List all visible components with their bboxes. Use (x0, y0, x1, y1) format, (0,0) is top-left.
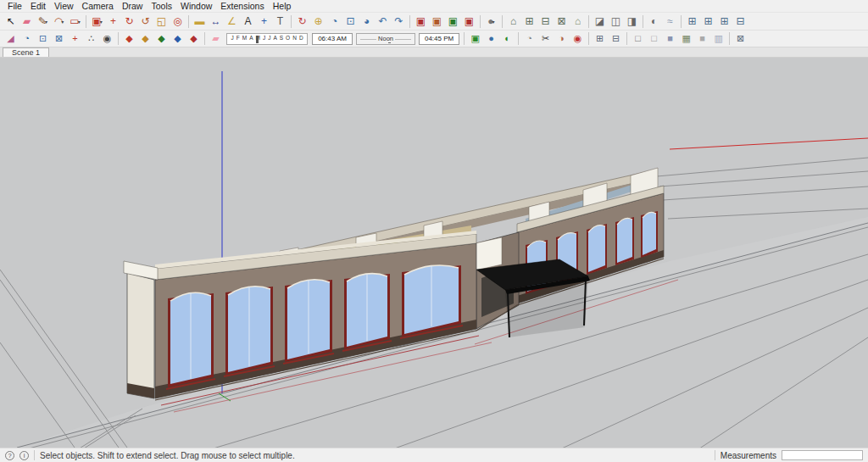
view-iso[interactable]: ⌂ (505, 14, 521, 29)
scene-tab-1[interactable]: Scene 1 (3, 47, 49, 57)
style-hidden-line[interactable]: □ (646, 32, 662, 46)
sphere-blue-tool[interactable]: ● (483, 32, 499, 46)
menu-tools[interactable]: Tools (147, 0, 176, 12)
section-plane-tool[interactable]: ◪ (592, 14, 608, 29)
line-tool[interactable]: ✎▾ (35, 14, 51, 29)
storefront-window[interactable] (400, 265, 463, 338)
menu-draw[interactable]: Draw (118, 0, 147, 12)
axes-tool[interactable]: + (256, 14, 272, 29)
rectangle-tool[interactable]: ▭▾ (67, 14, 83, 29)
axes-move-tool[interactable]: + (67, 32, 83, 46)
shadow-time-slider[interactable]: Noon (356, 33, 415, 45)
solid-trim-tool[interactable]: ◆ (153, 32, 170, 46)
zoom-extents-tool[interactable]: ◕ (359, 14, 375, 29)
menu-file[interactable]: File (3, 0, 26, 12)
help-icon[interactable]: ? (5, 451, 14, 460)
pie-tool[interactable]: ◔ (521, 32, 537, 46)
solid-split-tool[interactable]: ◆ (186, 32, 202, 46)
storefront-window[interactable] (283, 280, 334, 364)
dimension-tool[interactable]: ↔ (208, 14, 224, 29)
look-around-tool[interactable]: ◉ (99, 32, 115, 46)
move-tool[interactable]: + (105, 14, 121, 29)
solid-union-tool[interactable]: ◆ (121, 32, 137, 46)
model-viewport[interactable] (0, 58, 868, 448)
protractor-tool[interactable]: ∠ (224, 14, 240, 29)
red-pin-tool[interactable]: ◉ (570, 32, 586, 46)
style-monochrome[interactable]: ■ (694, 32, 710, 46)
menu-window[interactable]: Window (176, 0, 216, 12)
previous-view-tool[interactable]: ↶ (375, 14, 391, 29)
panel-default-tray[interactable]: ⊞ (684, 14, 700, 29)
user-avatar[interactable]: ●▾ (483, 14, 499, 29)
section-fill-toggle[interactable]: ◨ (624, 14, 640, 29)
box-select-tool[interactable]: ⊞ (592, 32, 608, 46)
model-viewport-canvas[interactable] (0, 58, 868, 448)
scissors-tool[interactable]: ✂ (537, 32, 554, 46)
eraser-large-tool[interactable]: ▰ (208, 32, 224, 46)
menu-edit[interactable]: Edit (26, 0, 50, 12)
shadows-toggle[interactable]: ◐ (646, 14, 662, 29)
view-front[interactable]: ⊟ (537, 14, 554, 29)
3d-text-tool[interactable]: T (272, 14, 288, 29)
zoom-photo-tool[interactable]: ◔ (19, 32, 35, 46)
info-icon[interactable]: i (19, 451, 29, 460)
interact-tool[interactable]: ▣ (461, 14, 477, 29)
pan-tool[interactable]: ⊕ (310, 14, 326, 29)
arc-tool[interactable]: ◠▾ (51, 14, 67, 29)
view-back[interactable]: ⌂ (570, 14, 586, 29)
storefront-window[interactable] (641, 211, 658, 258)
style-textured[interactable]: ▦ (678, 32, 694, 46)
back-edges-toggle[interactable]: ◢ (3, 32, 19, 46)
offset-tool[interactable]: ◎ (170, 14, 186, 29)
zoom-window-tool[interactable]: ⊡ (342, 14, 359, 29)
menu-help[interactable]: Help (269, 0, 296, 12)
panel-manage-trays[interactable]: ⊞ (716, 14, 732, 29)
view-right[interactable]: ⊠ (554, 14, 570, 29)
export-model-tool[interactable]: ⊠ (732, 32, 748, 46)
tape-measure-tool[interactable]: ▬ (192, 14, 208, 29)
make-component-tool[interactable]: ▣ (413, 14, 429, 29)
solid-subtract-tool[interactable]: ◆ (137, 32, 153, 46)
rotate-tool[interactable]: ↻ (121, 14, 137, 29)
section-cuts-toggle[interactable]: ◫ (608, 14, 624, 29)
shadow-date-slider[interactable]: JFMAMJJASOND (226, 33, 308, 45)
view-top[interactable]: ⊞ (521, 14, 537, 29)
component-green-tool[interactable]: ▣ (467, 32, 483, 46)
push-pull-tool[interactable]: ▣▾ (89, 14, 105, 29)
push-pull-tool-dropdown[interactable]: ▾ (100, 19, 103, 25)
component-options-tool[interactable]: ▣ (429, 14, 445, 29)
shadow-end-time-field[interactable]: 04:45 PM (419, 33, 459, 45)
zoom-selection-tool[interactable]: ⊠ (51, 32, 67, 46)
style-shaded[interactable]: ■ (662, 32, 678, 46)
corner-pilaster[interactable] (127, 273, 154, 398)
text-tool[interactable]: A (240, 14, 256, 29)
panel-new-tray[interactable]: ⊟ (732, 14, 748, 29)
knife-tool[interactable]: ◑ (554, 32, 570, 46)
storefront-window[interactable] (615, 217, 634, 265)
zoom-tool[interactable]: ◔ (326, 14, 342, 29)
menu-extensions[interactable]: Extensions (216, 0, 268, 12)
next-view-tool[interactable]: ↷ (391, 14, 407, 29)
dynamic-components-tool[interactable]: ▣ (445, 14, 461, 29)
storefront-window[interactable] (342, 274, 392, 351)
rectangle-tool-dropdown[interactable]: ▾ (78, 19, 81, 25)
line-tool-dropdown[interactable]: ▾ (45, 19, 47, 25)
style-wireframe[interactable]: □ (630, 32, 646, 46)
match-photo-tool[interactable]: ⊡ (35, 32, 51, 46)
shadow-start-time-field[interactable]: 06:43 AM (312, 33, 353, 45)
walk-tool[interactable]: ∴ (83, 32, 99, 46)
eraser-tool[interactable]: ▰ (19, 14, 35, 29)
menu-view[interactable]: View (50, 0, 78, 12)
style-xray[interactable]: ▥ (710, 32, 726, 46)
panel-large-tray[interactable]: ⊞ (700, 14, 716, 29)
scale-tool[interactable]: ◱ (153, 14, 170, 29)
storefront-window[interactable] (587, 224, 607, 275)
storefront-window[interactable] (166, 292, 215, 389)
arc-tool-dropdown[interactable]: ▾ (61, 19, 64, 25)
shadow-date-handle[interactable] (256, 36, 259, 43)
storefront-window[interactable] (224, 287, 275, 376)
menu-camera[interactable]: Camera (78, 0, 118, 12)
follow-me-tool[interactable]: ↺ (137, 14, 153, 29)
orbit-tool[interactable]: ↻ (294, 14, 310, 29)
fog-toggle[interactable]: ≈ (662, 14, 678, 29)
